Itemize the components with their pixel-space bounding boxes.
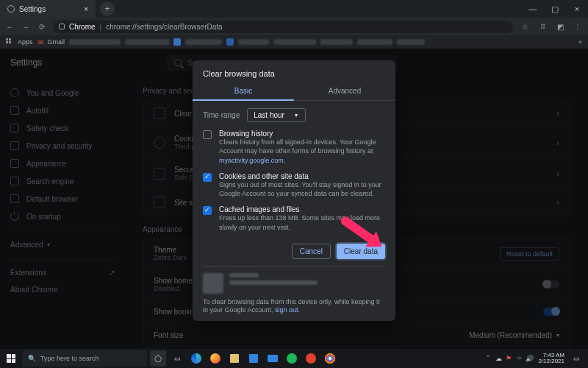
wifi-icon[interactable]: ⌔ [514, 355, 523, 362]
bookmark-redacted[interactable] [273, 39, 316, 45]
tab-basic[interactable]: Basic [193, 82, 294, 101]
address-bar: ← → ⟳ Chrome | chrome://settings/clearBr… [0, 18, 588, 35]
security-icon[interactable]: ⚑ [504, 355, 513, 362]
redacted-text [229, 280, 318, 285]
modal-overlay: Clear browsing data Basic Advanced Time … [0, 49, 588, 368]
text: Clears history from all signed-in device… [219, 138, 376, 155]
url-field[interactable]: Chrome | chrome://settings/clearBrowserD… [53, 21, 513, 33]
option-desc: Frees up less than 138 MB. Some sites ma… [219, 214, 380, 230]
close-window-button[interactable]: × [566, 4, 588, 14]
system-tray: ˄ ☁ ⚑ ⌔ 🔊 7:43 AM 2/12/2021 ▭ [484, 353, 585, 364]
back-button[interactable]: ← [4, 23, 15, 31]
app-mail[interactable] [265, 350, 281, 367]
browser-tab-settings[interactable]: Settings × [0, 0, 96, 18]
app-store[interactable] [245, 350, 262, 367]
edge-icon [191, 353, 201, 364]
gmail-icon[interactable]: ✉ [37, 38, 43, 46]
dialog-footer-message: To clear browsing data from this device … [193, 294, 395, 315]
bookmark-star-icon[interactable]: ☆ [519, 23, 531, 31]
dialog-tabs: Basic Advanced [193, 82, 395, 101]
minimize-button[interactable]: — [522, 4, 544, 14]
firefox-icon [210, 353, 220, 364]
extensions-icon[interactable]: ⠿ [537, 23, 548, 31]
account-avatar [203, 273, 223, 294]
myactivity-link[interactable]: myactivity.google.com [219, 157, 284, 164]
bookmark-apps[interactable]: Apps [18, 38, 33, 46]
browser-menu-icon[interactable]: ⋮ [572, 23, 584, 31]
option-title: Cookies and other site data [219, 172, 385, 180]
text: . [284, 157, 286, 164]
time-range-label: Time range [203, 111, 240, 119]
bookmark-redacted[interactable] [125, 39, 169, 45]
action-center-icon[interactable]: ▭ [569, 355, 584, 362]
bookmark-redacted[interactable] [397, 39, 425, 45]
app-chrome[interactable] [322, 350, 338, 367]
tray-overflow-icon[interactable]: ˄ [484, 355, 492, 362]
bookmarks-overflow-icon[interactable]: » [578, 38, 582, 46]
volume-icon[interactable]: 🔊 [525, 355, 534, 362]
app-explorer[interactable] [226, 350, 243, 367]
checkbox-cookies[interactable] [203, 173, 212, 182]
cancel-button[interactable]: Cancel [292, 244, 331, 259]
app-firefox[interactable] [207, 350, 223, 367]
bookmark-redacted[interactable] [357, 39, 392, 45]
app-other[interactable] [303, 350, 319, 367]
time-range-row: Time range Last hour ▾ [203, 108, 385, 122]
app-spotify[interactable] [284, 350, 300, 367]
clock-date: 2/12/2021 [538, 358, 564, 364]
option-browsing-history[interactable]: Browsing history Clears history from all… [203, 130, 385, 165]
task-view-icon[interactable]: ▭ [169, 350, 185, 367]
dialog-body: Time range Last hour ▾ Browsing history … [193, 101, 395, 232]
gear-icon [7, 5, 15, 13]
option-desc: Clears history from all signed-in device… [219, 138, 376, 164]
sign-out-link[interactable]: sign out [275, 306, 298, 314]
title-bar: Settings × + — ▢ × [0, 0, 588, 18]
start-button[interactable] [3, 350, 19, 367]
option-title: Cached images and files [219, 205, 385, 213]
chevron-down-icon: ▾ [295, 112, 298, 118]
site-info-icon[interactable] [59, 24, 65, 29]
dialog-actions: Cancel Clear data [193, 239, 395, 262]
url-scheme: Chrome [69, 23, 96, 31]
mail-icon [268, 355, 278, 362]
checkbox-cache[interactable] [203, 206, 212, 215]
bookmark-icon[interactable] [226, 38, 234, 46]
url-divider: | [100, 23, 102, 31]
bookmark-redacted[interactable] [185, 39, 222, 45]
new-tab-button[interactable]: + [100, 1, 115, 16]
reload-button[interactable]: ⟳ [37, 23, 47, 31]
windows-logo-icon [7, 354, 15, 363]
bookmark-redacted[interactable] [69, 39, 121, 45]
option-desc: Signs you out of most sites. You'll stay… [219, 181, 381, 197]
app-edge[interactable] [188, 350, 204, 367]
tab-advanced[interactable]: Advanced [294, 82, 395, 101]
bookmark-icon[interactable] [173, 38, 181, 46]
checkbox-browsing-history[interactable] [203, 130, 212, 139]
taskbar-clock[interactable]: 7:43 AM 2/12/2021 [535, 353, 567, 364]
chrome-icon [325, 353, 335, 364]
forward-button[interactable]: → [21, 23, 31, 31]
time-range-select[interactable]: Last hour ▾ [247, 108, 306, 122]
text: . [298, 306, 301, 314]
dialog-footer-account [203, 266, 385, 294]
time-range-value: Last hour [254, 111, 284, 119]
bookmarks-bar: Apps ✉ Gmail » [0, 35, 588, 49]
onedrive-icon[interactable]: ☁ [494, 355, 503, 362]
redacted-text [229, 273, 259, 277]
settings-shell: You and Google Autofill Safety check Pri… [0, 77, 588, 368]
maximize-button[interactable]: ▢ [544, 4, 566, 14]
option-cookies[interactable]: Cookies and other site data Signs you ou… [203, 172, 385, 199]
clear-data-button[interactable]: Clear data [337, 244, 385, 259]
windows-taskbar: 🔍Type here to search ◯ ▭ ˄ ☁ ⚑ ⌔ 🔊 7:43 … [0, 349, 588, 368]
close-tab-icon[interactable]: × [84, 5, 88, 13]
url-path: chrome://settings/clearBrowserData [106, 23, 222, 31]
option-cache[interactable]: Cached images and files Frees up less th… [203, 205, 385, 232]
tab-title: Settings [19, 5, 46, 13]
cortana-icon[interactable]: ◯ [150, 350, 166, 367]
bookmark-gmail[interactable]: Gmail [48, 38, 65, 46]
taskbar-search[interactable]: 🔍Type here to search [22, 350, 147, 367]
apps-icon[interactable] [6, 38, 13, 46]
profile-avatar-icon[interactable]: ◩ [554, 23, 566, 31]
bookmark-redacted[interactable] [238, 39, 269, 45]
bookmark-redacted[interactable] [320, 39, 353, 45]
